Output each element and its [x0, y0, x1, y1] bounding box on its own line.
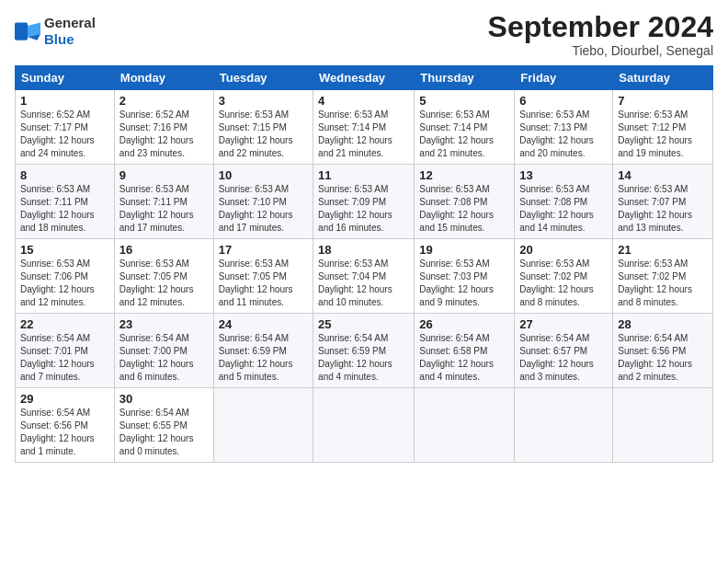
calendar-row: 29 Sunrise: 6:54 AM Sunset: 6:56 PM Dayl… [16, 388, 713, 463]
table-row: 30 Sunrise: 6:54 AM Sunset: 6:55 PM Dayl… [114, 388, 213, 463]
day-info: Sunrise: 6:53 AM Sunset: 7:11 PM Dayligh… [20, 183, 109, 235]
table-row [515, 388, 613, 463]
calendar-table: Sunday Monday Tuesday Wednesday Thursday… [15, 65, 713, 463]
day-number: 19 [419, 243, 509, 257]
day-info: Sunrise: 6:53 AM Sunset: 7:03 PM Dayligh… [419, 258, 509, 309]
col-thursday: Thursday [415, 66, 515, 90]
col-sunday: Sunday [16, 66, 115, 90]
day-info: Sunrise: 6:52 AM Sunset: 7:16 PM Dayligh… [119, 109, 209, 160]
day-info: Sunrise: 6:52 AM Sunset: 7:17 PM Dayligh… [20, 109, 109, 160]
col-saturday: Saturday [613, 66, 713, 90]
day-number: 13 [519, 168, 608, 182]
table-row: 27 Sunrise: 6:54 AM Sunset: 6:57 PM Dayl… [515, 314, 613, 388]
day-info: Sunrise: 6:53 AM Sunset: 7:11 PM Dayligh… [119, 183, 209, 235]
day-number: 9 [119, 168, 209, 182]
col-monday: Monday [114, 66, 213, 90]
day-number: 26 [419, 317, 509, 331]
table-row: 12 Sunrise: 6:53 AM Sunset: 7:08 PM Dayl… [415, 165, 515, 239]
day-number: 24 [219, 317, 308, 331]
day-number: 4 [318, 94, 409, 108]
day-number: 23 [119, 317, 209, 331]
day-number: 30 [119, 392, 209, 406]
day-number: 12 [419, 168, 509, 182]
table-row: 8 Sunrise: 6:53 AM Sunset: 7:11 PM Dayli… [16, 165, 115, 239]
day-number: 8 [20, 168, 109, 182]
day-info: Sunrise: 6:53 AM Sunset: 7:08 PM Dayligh… [519, 183, 608, 235]
location: Tiebo, Diourbel, Senegal [488, 43, 713, 58]
day-info: Sunrise: 6:54 AM Sunset: 6:55 PM Dayligh… [119, 407, 209, 458]
day-info: Sunrise: 6:54 AM Sunset: 6:56 PM Dayligh… [618, 332, 708, 384]
table-row: 25 Sunrise: 6:54 AM Sunset: 6:59 PM Dayl… [313, 314, 415, 388]
table-row: 2 Sunrise: 6:52 AM Sunset: 7:16 PM Dayli… [114, 90, 213, 165]
day-info: Sunrise: 6:53 AM Sunset: 7:09 PM Dayligh… [318, 183, 409, 235]
logo: General Blue [15, 15, 96, 48]
month-title: September 2024 [488, 11, 713, 43]
day-number: 25 [318, 317, 409, 331]
day-number: 29 [20, 392, 109, 406]
table-row: 21 Sunrise: 6:53 AM Sunset: 7:02 PM Dayl… [613, 239, 713, 314]
day-number: 21 [618, 243, 708, 257]
table-row: 5 Sunrise: 6:53 AM Sunset: 7:14 PM Dayli… [415, 90, 515, 165]
table-row: 10 Sunrise: 6:53 AM Sunset: 7:10 PM Dayl… [213, 165, 313, 239]
day-number: 14 [618, 168, 708, 182]
table-row: 20 Sunrise: 6:53 AM Sunset: 7:02 PM Dayl… [515, 239, 613, 314]
col-wednesday: Wednesday [313, 66, 415, 90]
table-row: 19 Sunrise: 6:53 AM Sunset: 7:03 PM Dayl… [415, 239, 515, 314]
day-info: Sunrise: 6:54 AM Sunset: 6:56 PM Dayligh… [20, 407, 109, 458]
table-row: 16 Sunrise: 6:53 AM Sunset: 7:05 PM Dayl… [114, 239, 213, 314]
col-tuesday: Tuesday [213, 66, 313, 90]
table-row [213, 388, 313, 463]
table-row: 1 Sunrise: 6:52 AM Sunset: 7:17 PM Dayli… [16, 90, 115, 165]
day-number: 17 [219, 243, 308, 257]
day-info: Sunrise: 6:53 AM Sunset: 7:13 PM Dayligh… [519, 109, 608, 160]
day-info: Sunrise: 6:53 AM Sunset: 7:14 PM Dayligh… [419, 109, 509, 160]
day-number: 15 [20, 243, 109, 257]
day-number: 6 [519, 94, 608, 108]
day-info: Sunrise: 6:53 AM Sunset: 7:10 PM Dayligh… [219, 183, 308, 235]
table-row [415, 388, 515, 463]
table-row: 29 Sunrise: 6:54 AM Sunset: 6:56 PM Dayl… [16, 388, 115, 463]
day-info: Sunrise: 6:53 AM Sunset: 7:05 PM Dayligh… [119, 258, 209, 309]
day-number: 18 [318, 243, 409, 257]
logo-blue: Blue [44, 31, 74, 47]
day-info: Sunrise: 6:54 AM Sunset: 7:00 PM Dayligh… [119, 332, 209, 384]
table-row [313, 388, 415, 463]
table-row: 7 Sunrise: 6:53 AM Sunset: 7:12 PM Dayli… [613, 90, 713, 165]
table-row: 13 Sunrise: 6:53 AM Sunset: 7:08 PM Dayl… [515, 165, 613, 239]
table-row: 6 Sunrise: 6:53 AM Sunset: 7:13 PM Dayli… [515, 90, 613, 165]
page-container: General Blue September 2024 Tiebo, Diour… [0, 0, 728, 470]
table-row: 22 Sunrise: 6:54 AM Sunset: 7:01 PM Dayl… [16, 314, 115, 388]
table-row: 14 Sunrise: 6:53 AM Sunset: 7:07 PM Dayl… [613, 165, 713, 239]
day-info: Sunrise: 6:53 AM Sunset: 7:02 PM Dayligh… [519, 258, 608, 309]
logo-text: General Blue [44, 15, 96, 48]
day-number: 1 [20, 94, 109, 108]
day-info: Sunrise: 6:54 AM Sunset: 6:59 PM Dayligh… [318, 332, 409, 384]
table-row: 28 Sunrise: 6:54 AM Sunset: 6:56 PM Dayl… [613, 314, 713, 388]
day-number: 11 [318, 168, 409, 182]
day-info: Sunrise: 6:53 AM Sunset: 7:06 PM Dayligh… [20, 258, 109, 309]
table-row: 23 Sunrise: 6:54 AM Sunset: 7:00 PM Dayl… [114, 314, 213, 388]
day-number: 22 [20, 317, 109, 331]
table-row: 18 Sunrise: 6:53 AM Sunset: 7:04 PM Dayl… [313, 239, 415, 314]
day-number: 5 [419, 94, 509, 108]
day-number: 16 [119, 243, 209, 257]
day-info: Sunrise: 6:53 AM Sunset: 7:04 PM Dayligh… [318, 258, 409, 309]
day-info: Sunrise: 6:53 AM Sunset: 7:02 PM Dayligh… [618, 258, 708, 309]
day-number: 10 [219, 168, 308, 182]
calendar-row: 15 Sunrise: 6:53 AM Sunset: 7:06 PM Dayl… [16, 239, 713, 314]
logo-general: General [44, 15, 96, 30]
day-number: 7 [618, 94, 708, 108]
title-block: September 2024 Tiebo, Diourbel, Senegal [488, 11, 713, 58]
day-info: Sunrise: 6:53 AM Sunset: 7:12 PM Dayligh… [618, 109, 708, 160]
day-info: Sunrise: 6:53 AM Sunset: 7:08 PM Dayligh… [419, 183, 509, 235]
day-info: Sunrise: 6:53 AM Sunset: 7:15 PM Dayligh… [219, 109, 308, 160]
day-info: Sunrise: 6:53 AM Sunset: 7:05 PM Dayligh… [219, 258, 308, 309]
svg-rect-0 [15, 22, 28, 40]
day-number: 3 [219, 94, 308, 108]
table-row: 4 Sunrise: 6:53 AM Sunset: 7:14 PM Dayli… [313, 90, 415, 165]
calendar-row: 1 Sunrise: 6:52 AM Sunset: 7:17 PM Dayli… [16, 90, 713, 165]
day-info: Sunrise: 6:54 AM Sunset: 6:58 PM Dayligh… [419, 332, 509, 384]
logo-icon [15, 22, 40, 40]
day-number: 20 [519, 243, 608, 257]
calendar-header-row: Sunday Monday Tuesday Wednesday Thursday… [16, 66, 713, 90]
